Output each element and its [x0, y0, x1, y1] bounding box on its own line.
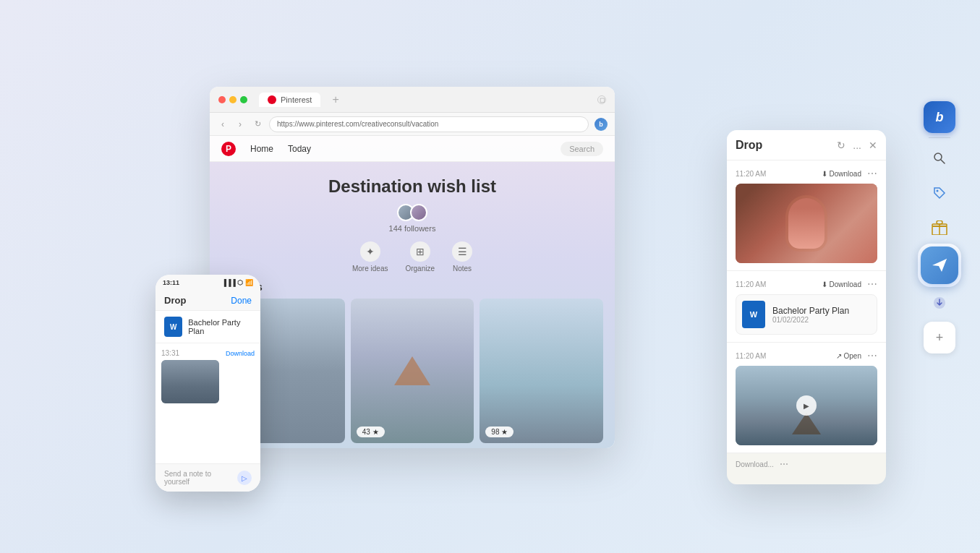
- more-btn-2[interactable]: ⋯: [867, 278, 877, 290]
- play-button[interactable]: ▶: [796, 395, 817, 416]
- sidebar-send-button[interactable]: [921, 247, 958, 284]
- phone-message-meta: 13:31 Download: [161, 349, 255, 357]
- open-btn[interactable]: ↗ Open: [836, 352, 861, 360]
- window-resize-button[interactable]: ◻: [597, 95, 606, 104]
- sidebar: b: [921, 101, 958, 353]
- search-box[interactable]: Search: [561, 142, 603, 156]
- board-actions: ✦ More ideas ⊞ Organize ☰ Notes: [210, 241, 615, 273]
- download-btn-1[interactable]: ⬇ Download: [822, 170, 861, 178]
- search-placeholder: Search: [569, 145, 595, 153]
- nav-today[interactable]: Today: [288, 144, 311, 154]
- bing-icon: b: [595, 118, 608, 131]
- maximize-dot: [240, 96, 247, 103]
- phone-download-btn[interactable]: Download: [226, 350, 255, 357]
- pinterest-content: P Home Today Search Destination wish lis…: [210, 136, 615, 448]
- notes-action[interactable]: ☰ Notes: [452, 241, 472, 273]
- drop-time-2: 11:20 AM: [736, 280, 766, 288]
- notes-icon: ☰: [452, 241, 472, 262]
- phone-done-button[interactable]: Done: [231, 296, 252, 306]
- phone-send-icon[interactable]: ▷: [237, 471, 252, 485]
- minimize-dot: [229, 96, 237, 103]
- tab-favicon: [268, 95, 276, 104]
- organize-label: Organize: [405, 265, 435, 273]
- sidebar-add-button[interactable]: +: [924, 322, 955, 353]
- drop-time-1: 11:20 AM: [736, 170, 766, 178]
- drop-panel-title: Drop: [736, 139, 837, 152]
- organize-icon: ⊞: [410, 241, 430, 262]
- drop-image-landscape: ▶: [736, 366, 877, 445]
- sidebar-search-button[interactable]: [924, 142, 955, 174]
- phone-file-item[interactable]: W Bachelor Party Plan: [155, 311, 260, 343]
- drop-message-3-meta: 11:20 AM ↗ Open ⋯: [736, 350, 877, 361]
- drop-image-woman: [736, 184, 877, 263]
- search-icon: [932, 151, 947, 166]
- browser-window: Pinterest + ◻ ‹ › ↻ https://www.pinteres…: [210, 87, 615, 448]
- browser-nav: ‹ › ↻ https://www.pinterest.com/creative…: [210, 113, 615, 136]
- followers-count: 144 followers: [210, 224, 615, 233]
- bezel-logo-button[interactable]: b: [924, 101, 955, 133]
- drop-panel: Drop ↻ ... ✕ 11:20 AM ⬇ Download ⋯ 11:20…: [727, 130, 886, 484]
- reload-button[interactable]: ↻: [252, 119, 263, 130]
- avatar-2: [410, 204, 427, 221]
- phone-image-thumb: [161, 360, 219, 403]
- pinterest-header: P Home Today Search: [210, 136, 615, 162]
- more-ideas-icon: ✦: [360, 241, 380, 262]
- phone-timestamp: 13:31: [161, 349, 179, 357]
- phone-drop-title: Drop: [164, 295, 186, 306]
- svg-point-2: [937, 190, 939, 192]
- back-button[interactable]: ‹: [217, 119, 229, 130]
- more-ideas-action[interactable]: ✦ More ideas: [352, 241, 388, 273]
- window-controls: [218, 96, 247, 103]
- pins-count: 126 Pins: [210, 281, 615, 299]
- pin-2[interactable]: 43 ★: [351, 299, 474, 443]
- sidebar-gift-button[interactable]: [924, 212, 955, 244]
- drop-message-1-meta: 11:20 AM ⬇ Download ⋯: [736, 168, 877, 179]
- organize-action[interactable]: ⊞ Organize: [405, 241, 435, 273]
- profile-avatars: [210, 204, 615, 221]
- drop-file-card[interactable]: W Bachelor Party Plan 01/02/2022: [736, 294, 877, 335]
- sidebar-divider-1: [929, 137, 950, 138]
- drop-file-name: Bachelor Party Plan: [772, 306, 871, 316]
- send-icon: [930, 256, 949, 275]
- footer-more-btn[interactable]: ⋯: [780, 459, 788, 469]
- pin-3-count: 98 ★: [485, 426, 514, 437]
- more-btn-3[interactable]: ⋯: [867, 350, 877, 361]
- pins-grid: 102 ★ 43 ★ 98 ★: [210, 299, 615, 443]
- pin-3[interactable]: 98 ★: [480, 299, 603, 443]
- drop-file-date: 01/02/2022: [772, 316, 871, 324]
- nav-home[interactable]: Home: [250, 144, 273, 154]
- drop-message-2-meta: 11:20 AM ⬇ Download ⋯: [736, 278, 877, 290]
- close-icon[interactable]: ✕: [869, 140, 877, 151]
- drop-header: Drop ↻ ... ✕: [727, 130, 886, 160]
- gift-icon: [931, 220, 948, 235]
- refresh-icon[interactable]: ↻: [837, 140, 845, 151]
- pinterest-logo: P: [221, 142, 236, 156]
- forward-button[interactable]: ›: [234, 119, 246, 130]
- drop-time-3: 11:20 AM: [736, 352, 766, 360]
- phone-send-bar: Send a note to yourself ▷: [155, 463, 260, 492]
- tag-icon: [932, 186, 947, 200]
- notes-label: Notes: [453, 265, 472, 273]
- save-icon: [932, 296, 947, 310]
- phone-time: 13:11: [163, 279, 179, 286]
- phone-signal: ▐▐▐ ⬡ 📶: [222, 279, 253, 286]
- phone-status-bar: 13:11 ▐▐▐ ⬡ 📶: [155, 275, 260, 291]
- phone-header: Drop Done: [155, 291, 260, 311]
- download-btn-2[interactable]: ⬇ Download: [822, 280, 861, 288]
- sidebar-save-button[interactable]: [924, 287, 955, 319]
- sidebar-tag-button[interactable]: [924, 177, 955, 209]
- url-bar[interactable]: https://www.pinterest.com/creativeconsul…: [269, 116, 589, 132]
- tab-label: Pinterest: [281, 95, 312, 104]
- drop-message-3: 11:20 AM ↗ Open ⋯ ▶: [727, 343, 886, 453]
- drop-file-word-icon: W: [742, 301, 765, 328]
- phone-file-details: Bachelor Party Plan: [188, 318, 252, 335]
- more-options-icon[interactable]: ...: [853, 140, 861, 151]
- phone-content: 13:31 Download: [155, 343, 260, 409]
- browser-tab[interactable]: Pinterest: [259, 93, 320, 107]
- bezel-logo-symbol: b: [936, 110, 944, 125]
- phone-mockup: 13:11 ▐▐▐ ⬡ 📶 Drop Done W Bachelor Party…: [155, 275, 260, 492]
- board-title: Destination wish list: [210, 162, 615, 204]
- new-tab-button[interactable]: +: [332, 93, 338, 106]
- drop-footer: Download... ⋯: [727, 453, 886, 475]
- more-btn-1[interactable]: ⋯: [867, 168, 877, 179]
